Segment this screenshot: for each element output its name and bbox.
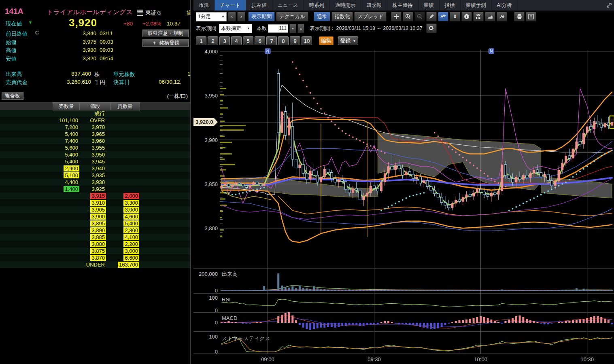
preset-button-2[interactable]: 2: [208, 36, 218, 45]
display-period-button[interactable]: 表示期間: [248, 12, 275, 21]
board-row[interactable]: 5,1003,935: [0, 172, 190, 179]
svg-text:N: N: [266, 49, 269, 53]
board-row[interactable]: 4,4003,930: [0, 179, 190, 186]
price-chart[interactable]: 4,0003,9503,9003,8503,80009:0009:3010:00…: [193, 47, 614, 364]
tab-11[interactable]: 業績予測: [461, 0, 492, 11]
zoom-out-icon[interactable]: [414, 12, 425, 21]
trade-caution-button[interactable]: 取引注意・規制: [142, 30, 189, 37]
composite-board-button[interactable]: 複合板: [2, 92, 23, 100]
spread-mode-button[interactable]: スプレッド: [354, 12, 387, 21]
board-row[interactable]: 5,6003,955: [0, 144, 190, 151]
board-row[interactable]: 3,8955,400: [0, 220, 190, 227]
chart-toolbar: 1分足▼ ‹ › 表示期間 テクニカル 通常 指数化 スプレッド ¥iMY: [196, 12, 536, 21]
tab-10[interactable]: 指標: [440, 0, 461, 11]
board-row[interactable]: 101,100OVER: [0, 117, 190, 124]
crosshair-plus-icon[interactable]: [391, 12, 402, 21]
tab-12[interactable]: AI分析: [492, 0, 518, 11]
preset-button-3[interactable]: 3: [219, 36, 230, 45]
interval-select[interactable]: 1分足▼: [196, 12, 227, 21]
tab-8[interactable]: 株主優待: [387, 0, 419, 11]
board-row[interactable]: 3,8902,800: [0, 227, 190, 234]
tab-1[interactable]: 市況: [193, 0, 215, 11]
tab-bar: 市況チャート歩み値ニュース時系列適時開示四季報株主優待業績指標業績予測AI分析: [193, 0, 614, 11]
preset-button-4[interactable]: 4: [231, 36, 242, 45]
board-row[interactable]: 成行: [0, 110, 190, 117]
svg-text:0: 0: [215, 349, 218, 355]
low-price: 3,820: [61, 55, 96, 61]
board-row[interactable]: 3,9103,300: [0, 199, 190, 206]
svg-text:10:30: 10:30: [580, 356, 594, 362]
period-mode-select[interactable]: 本数指定▼: [219, 24, 252, 33]
area-chart-icon[interactable]: [485, 12, 495, 21]
count-up-button[interactable]: ▲: [297, 24, 304, 33]
svg-text:¥: ¥: [454, 14, 457, 19]
chart-area[interactable]: 4,0003,9503,9003,8503,80009:0009:3010:00…: [193, 47, 614, 364]
settings-wrench-icon[interactable]: [497, 12, 507, 21]
preset-button-6[interactable]: 6: [255, 36, 265, 45]
preset-button-9[interactable]: 9: [290, 36, 300, 45]
tab-3[interactable]: 歩み値: [246, 0, 272, 11]
preset-button-1[interactable]: 1: [196, 36, 206, 45]
svg-text:100: 100: [209, 295, 218, 301]
margin-flag: 貸: [187, 9, 190, 17]
normal-mode-button[interactable]: 通常: [314, 12, 330, 21]
volume-unit: 株: [94, 71, 100, 78]
svg-text:09:00: 09:00: [261, 356, 274, 362]
svg-text:0: 0: [215, 288, 218, 294]
tab-6[interactable]: 適時開示: [330, 0, 361, 11]
open-time: 09:03: [100, 39, 113, 45]
count-input[interactable]: [268, 24, 288, 33]
high-price: 3,980: [61, 47, 96, 53]
board-row[interactable]: 3,9004,600: [0, 213, 190, 220]
count-down-button[interactable]: ▼: [289, 24, 296, 33]
export-icon[interactable]: [526, 12, 536, 21]
zoom-in-icon[interactable]: [403, 12, 413, 21]
my-indicator-icon[interactable]: MY: [473, 12, 484, 21]
board-row[interactable]: 7,4003,960: [0, 138, 190, 144]
board-row[interactable]: 3,8854,100: [0, 234, 190, 241]
document-icon[interactable]: [137, 9, 143, 16]
board-row[interactable]: 5,4003,950: [0, 151, 190, 158]
prev-button[interactable]: ‹: [228, 12, 236, 21]
draw-pencil-icon[interactable]: [426, 12, 437, 21]
board-row[interactable]: 1,4003,925: [0, 186, 190, 193]
next-button[interactable]: ›: [237, 12, 245, 21]
info-icon[interactable]: i: [461, 12, 472, 21]
per-share-note: (一株/口): [167, 93, 188, 100]
board-row[interactable]: 3,8706,600: [0, 254, 190, 261]
svg-text:RSI: RSI: [222, 296, 231, 303]
board-row[interactable]: 3,9152,000: [0, 193, 190, 199]
preset-button-10[interactable]: 10: [302, 36, 312, 45]
technical-button[interactable]: テクニカル: [276, 12, 308, 21]
board-row[interactable]: 3,8753,000: [0, 248, 190, 254]
add-watchlist-button[interactable]: ＋銘柄登録: [142, 39, 189, 47]
tab-2[interactable]: チャート: [215, 0, 246, 11]
open-label: 始値: [6, 39, 17, 46]
tab-9[interactable]: 業績: [419, 0, 440, 11]
svg-text:i: i: [466, 15, 467, 19]
board-row[interactable]: 7,2003,970: [0, 124, 190, 131]
yen-axis-icon[interactable]: ¥: [450, 12, 460, 21]
preset-button-7[interactable]: 7: [266, 36, 277, 45]
preset-button-5[interactable]: 5: [243, 36, 253, 45]
board-row[interactable]: 3,8802,200: [0, 241, 190, 248]
board-row[interactable]: 5,4003,945: [0, 158, 190, 165]
board-row[interactable]: 5,4003,965: [0, 131, 190, 138]
board-row[interactable]: 2,9003,940: [0, 165, 190, 172]
tab-5[interactable]: 時系列: [304, 0, 330, 11]
preset-button-8[interactable]: 8: [278, 36, 289, 45]
chart-panel: 市況チャート歩み値ニュース時系列適時開示四季報株主優待業績指標業績予測AI分析 …: [193, 0, 614, 364]
tab-4[interactable]: ニュース: [272, 0, 304, 11]
register-button[interactable]: 登録▼: [338, 36, 358, 45]
tab-7[interactable]: 四季報: [361, 0, 387, 11]
board-row[interactable]: UNDER163,700: [0, 261, 190, 268]
board-row[interactable]: 3,9053,000: [0, 206, 190, 213]
chart-style-icon[interactable]: [438, 12, 448, 21]
reset-period-icon[interactable]: [426, 23, 437, 33]
print-icon[interactable]: [514, 12, 525, 21]
expand-icon[interactable]: [606, 2, 612, 8]
indexed-mode-button[interactable]: 指数化: [331, 12, 353, 21]
turnover-label: 売買代金: [6, 79, 28, 86]
edit-button[interactable]: 編集: [319, 36, 334, 45]
svg-text:3,950: 3,950: [204, 93, 218, 99]
